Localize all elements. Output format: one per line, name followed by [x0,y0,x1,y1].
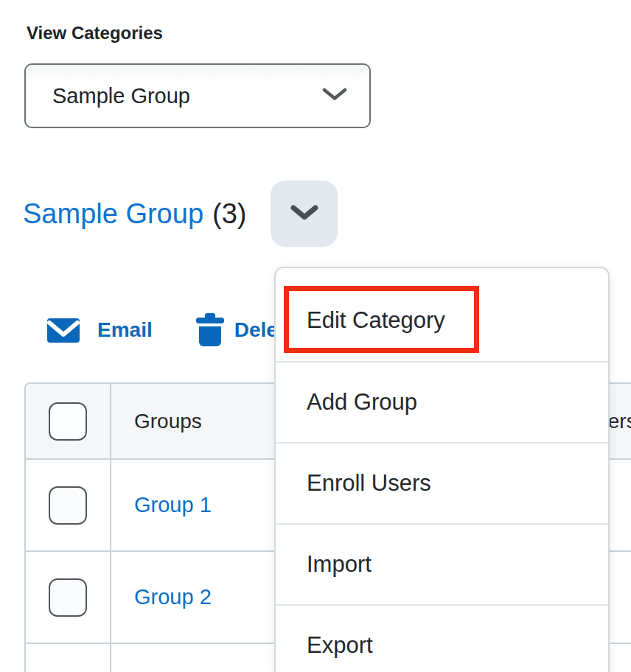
menu-item-edit-category[interactable]: Edit Category [276,280,608,361]
bulk-actions-toolbar: Email Delete [47,311,296,349]
group-2-link[interactable]: Group 2 [134,585,212,609]
groups-column-label: Groups [134,410,202,433]
email-button[interactable]: Email [47,318,153,343]
chevron-down-icon [322,88,347,105]
trash-icon [195,313,225,347]
groups-management-page: View Categories Sample Group Sample Grou… [0,0,631,672]
email-label: Email [97,318,153,342]
row-checkbox-group-2[interactable] [49,578,87,617]
menu-item-add-group[interactable]: Add Group [276,361,608,442]
menu-item-export[interactable]: Export [276,604,608,672]
category-group-count: (3) [212,198,246,230]
email-icon [47,318,80,343]
table-row-select-cell [26,552,111,644]
page-title: View Categories [27,23,163,43]
table-row-select-cell [26,644,111,672]
select-all-checkbox[interactable] [49,402,87,441]
menu-item-import[interactable]: Import [276,523,608,604]
category-title-link[interactable]: Sample Group [23,198,203,230]
table-row-select-cell [26,460,111,552]
menu-item-enroll-users[interactable]: Enroll Users [276,442,608,523]
category-select[interactable]: Sample Group [24,63,371,128]
category-actions-button[interactable] [271,181,338,247]
table-header-select-cell [26,384,111,460]
row-checkbox-group-1[interactable] [49,486,87,525]
category-context-menu: Edit Category Add Group Enroll Users Imp… [274,267,610,672]
category-title-row: Sample Group (3) [23,190,246,237]
category-select-value: Sample Group [52,84,190,108]
chevron-down-icon [290,204,319,223]
group-1-link[interactable]: Group 1 [134,493,212,517]
